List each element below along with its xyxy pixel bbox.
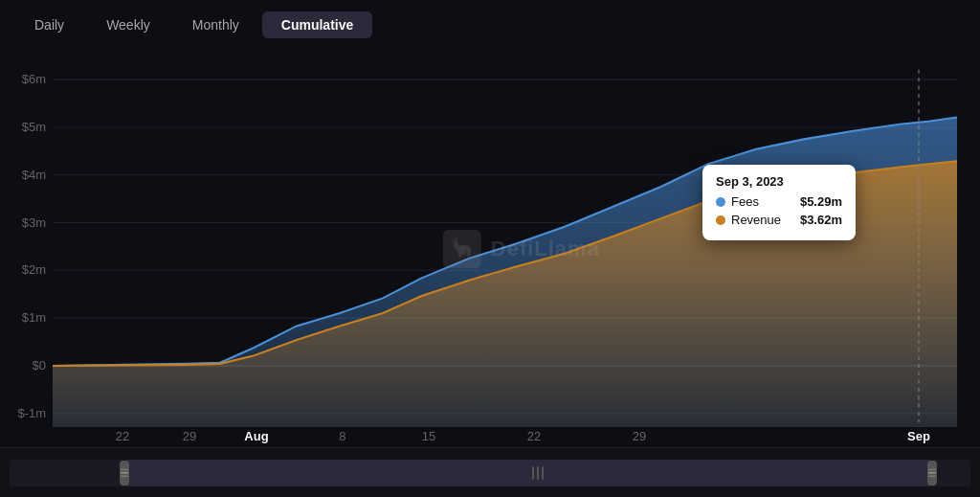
tooltip-date: Sep 3, 2023 (716, 174, 842, 189)
fees-dot (716, 197, 725, 207)
scrollbar-area (0, 447, 980, 497)
svg-text:Sep: Sep (907, 429, 930, 443)
chart-tooltip: Sep 3, 2023 Fees $5.29m Revenue $3.62m (702, 165, 856, 240)
svg-text:Aug: Aug (244, 429, 268, 443)
tooltip-fees-row: Fees $5.29m (716, 194, 842, 209)
svg-text:22: 22 (527, 429, 541, 443)
svg-text:$0: $0 (33, 358, 46, 373)
svg-text:$2m: $2m (22, 262, 46, 277)
scrollbar-fill (124, 460, 931, 486)
tab-cumulative[interactable]: Cumulative (262, 11, 372, 38)
svg-text:$5m: $5m (22, 120, 46, 134)
tab-daily[interactable]: Daily (15, 11, 83, 38)
tooltip-fees-label: Fees (731, 194, 794, 209)
chart-area: 🦙 DefiLlama $6m $5m $4m $3m $2m $1m $0 $… (0, 50, 980, 447)
svg-text:$1m: $1m (22, 310, 46, 325)
tab-bar: Daily Weekly Monthly Cumulative (0, 0, 980, 50)
scrollbar-handle-left[interactable] (120, 461, 129, 486)
scrollbar-track[interactable] (10, 460, 970, 486)
scrollbar-handle-right[interactable] (927, 461, 937, 486)
tooltip-fees-value: $5.29m (800, 194, 842, 209)
svg-text:15: 15 (422, 429, 435, 443)
svg-text:$6m: $6m (22, 72, 46, 86)
tooltip-revenue-row: Revenue $3.62m (716, 213, 842, 227)
chart-svg: $6m $5m $4m $3m $2m $1m $0 $-1m (0, 50, 980, 447)
svg-text:22: 22 (116, 429, 129, 443)
svg-text:8: 8 (339, 429, 345, 443)
svg-text:$4m: $4m (22, 168, 46, 182)
svg-text:$3m: $3m (22, 215, 46, 229)
tooltip-revenue-label: Revenue (731, 213, 794, 227)
main-container: Daily Weekly Monthly Cumulative 🦙 DefiLl… (0, 0, 980, 497)
tooltip-revenue-value: $3.62m (800, 213, 842, 227)
revenue-dot (716, 215, 725, 225)
svg-text:29: 29 (633, 429, 646, 443)
scrollbar-center-grip (532, 466, 544, 480)
svg-text:$-1m: $-1m (17, 406, 46, 420)
tab-weekly[interactable]: Weekly (87, 11, 169, 38)
svg-text:29: 29 (183, 429, 196, 443)
tab-monthly[interactable]: Monthly (173, 11, 258, 38)
